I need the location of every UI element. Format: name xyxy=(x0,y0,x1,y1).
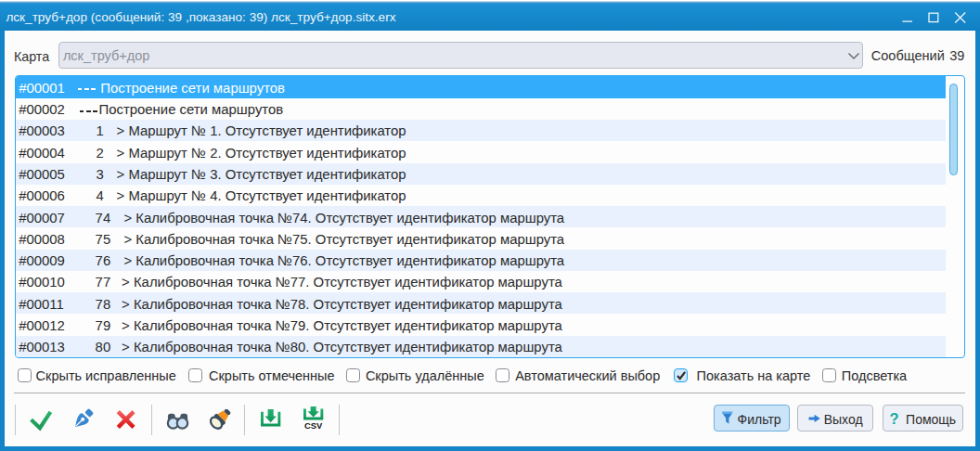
svg-text:CSV: CSV xyxy=(304,420,323,430)
